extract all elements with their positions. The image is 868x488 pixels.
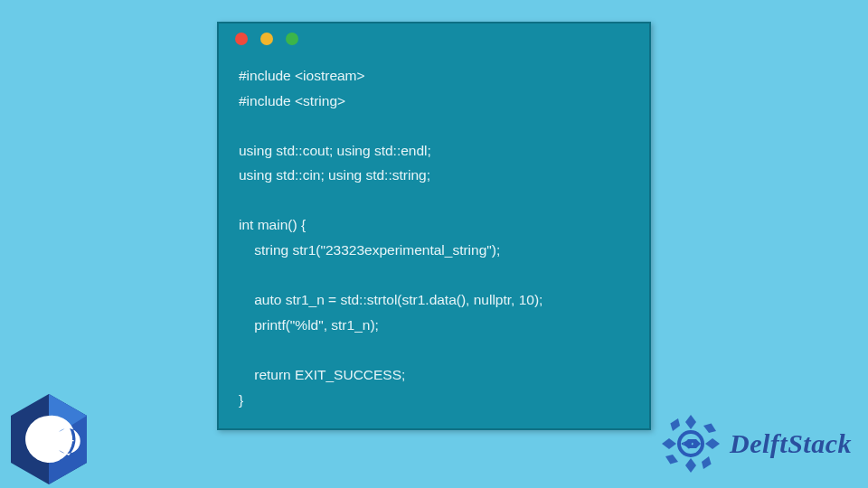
code-window: #include <iostream> #include <string> us… [217, 22, 651, 430]
svg-text:</>: </> [681, 437, 701, 450]
cpp-logo-icon: ++ [7, 392, 90, 486]
delftstack-logo-icon: </> [659, 412, 722, 475]
svg-text:++: ++ [61, 435, 74, 447]
code-block: #include <iostream> #include <string> us… [219, 54, 649, 428]
brand-name: DelftStack [730, 428, 852, 459]
close-dot-icon [235, 33, 248, 45]
window-titlebar [219, 23, 649, 54]
minimize-dot-icon [260, 33, 273, 45]
delftstack-brand: </> DelftStack [659, 412, 852, 475]
maximize-dot-icon [286, 33, 298, 45]
